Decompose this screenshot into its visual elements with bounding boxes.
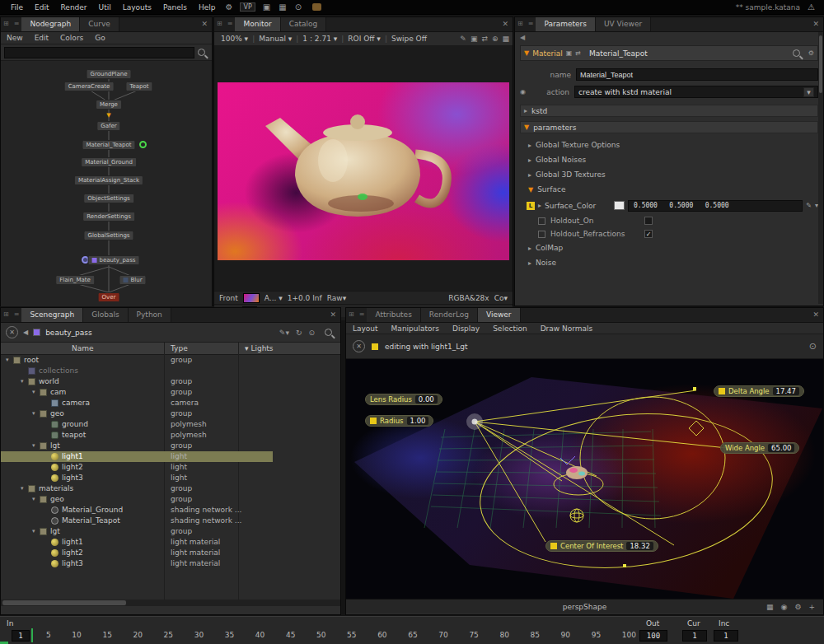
center-of-interest-manipulator[interactable]: Center Of Interest 18.32	[545, 540, 658, 552]
pane-split-icon[interactable]: ≡	[526, 17, 536, 31]
table-row-material-ground[interactable]: Material_Groundshading network ...	[1, 505, 340, 516]
swap-icon[interactable]: ⇄	[575, 49, 581, 57]
close-icon[interactable]: ✕	[808, 17, 823, 31]
node-cameracreate[interactable]: CameraCreate	[64, 82, 115, 91]
refresh-icon[interactable]: ↻	[296, 329, 302, 337]
menu-edit[interactable]: Edit	[29, 3, 54, 12]
node-flain-mate[interactable]: Flain_Mate	[55, 275, 95, 285]
pane-menu-icon[interactable]: ⊞	[515, 17, 526, 31]
tab-curve[interactable]: Curve	[80, 17, 119, 31]
group-kstd[interactable]: ▸ kstd	[520, 105, 818, 117]
power-icon[interactable]: ⊙	[809, 341, 817, 352]
expand-arrow[interactable]: ▸	[524, 107, 527, 114]
column-lights[interactable]: ▾ Lights	[245, 344, 274, 352]
close-icon[interactable]: ✕	[498, 17, 513, 31]
tab-attributes[interactable]: Attributes	[367, 308, 420, 322]
table-row-teapot[interactable]: teapotpolymesh	[1, 430, 340, 441]
group-noise[interactable]: ▸ Noise	[520, 255, 818, 270]
expand-arrow[interactable]: ▸	[528, 156, 531, 164]
table-row-camera[interactable]: cameracamera	[1, 398, 340, 408]
nodegraph-menu-new[interactable]: New	[1, 34, 29, 42]
node-blur[interactable]: Blur	[119, 275, 146, 285]
table-row-collections[interactable]: collections	[1, 366, 340, 376]
node-rendersettings[interactable]: RenderSettings	[82, 212, 135, 222]
material-node-header[interactable]: ▼ Material ▣ ⇄ Material_Teapot ⚙	[520, 45, 818, 61]
clear-context-icon[interactable]: ✕	[6, 326, 18, 338]
expand-arrow[interactable]: ▸	[528, 171, 531, 179]
front-exposure[interactable]: 1+0.0 Inf	[288, 294, 322, 302]
surface-color-values[interactable]: 0.5000 0.5000 0.5000	[628, 200, 803, 212]
copy-icon[interactable]: ▣	[259, 2, 274, 12]
menu-util[interactable]: Util	[93, 3, 117, 12]
table-row-lgt[interactable]: ▾lgtgroup	[1, 441, 340, 451]
expand-arrow[interactable]: ▸	[538, 202, 541, 209]
expand-arrow[interactable]: ▼	[524, 49, 529, 57]
tab-catalog[interactable]: Catalog	[281, 17, 327, 31]
in-frame-field[interactable]	[12, 630, 30, 642]
render-robot-icon[interactable]	[312, 3, 321, 11]
tab-nodegraph[interactable]: Nodegraph	[21, 17, 80, 31]
color-swatch[interactable]	[614, 201, 625, 210]
menu-panels[interactable]: Panels	[157, 3, 193, 12]
back-arrow[interactable]: ◀	[520, 34, 818, 45]
tab-python[interactable]: Python	[129, 308, 171, 322]
pane-split-icon[interactable]: ≡	[357, 308, 368, 322]
group-global-3d-textures[interactable]: ▸ Global 3D Textures	[520, 167, 818, 182]
viewer-menu-layout[interactable]: Layout	[346, 324, 385, 333]
tab-renderlog[interactable]: RenderLog	[421, 308, 478, 322]
front-thumbnail[interactable]	[243, 293, 260, 303]
vp-toggle[interactable]: VP	[240, 2, 255, 12]
chevron-down-icon[interactable]: ▾	[803, 87, 814, 97]
viewer-menu-draw-normals[interactable]: Draw Normals	[534, 324, 600, 333]
expand-arrow[interactable]: ▸	[528, 259, 531, 267]
table-row-cam[interactable]: ▾camgroup	[1, 387, 340, 398]
expand-arrow[interactable]: ▼	[528, 186, 533, 194]
gear-icon[interactable]: ⚙	[794, 603, 801, 611]
viewer-menu-display[interactable]: Display	[446, 324, 486, 333]
pane-menu-icon[interactable]: ⊞	[346, 308, 357, 322]
search-icon[interactable]	[793, 49, 800, 57]
node-over[interactable]: Over	[98, 292, 120, 302]
table-row-materials-geo[interactable]: ▾geogroup	[1, 494, 340, 505]
group-global-texture-options[interactable]: ▸ Global Texture Options	[520, 138, 818, 152]
group-colmap[interactable]: ▸ ColMap	[520, 240, 818, 255]
scrollbar-thumb[interactable]	[819, 35, 822, 93]
tab-scenegraph[interactable]: Scenegraph	[21, 308, 83, 322]
node-objectsettings[interactable]: ObjectSettings	[83, 194, 134, 203]
power-icon[interactable]: ⊙	[291, 2, 306, 12]
node-merge[interactable]: Merge	[96, 100, 122, 110]
render-image[interactable]	[218, 82, 509, 260]
menu-file[interactable]: File	[5, 3, 29, 12]
nodegraph-menu-edit[interactable]: Edit	[29, 34, 54, 42]
pen-icon[interactable]: ✎	[460, 35, 466, 43]
pane-menu-icon[interactable]: ⊞	[1, 17, 12, 31]
node-beauty-pass[interactable]: beauty_pass	[88, 255, 140, 265]
camera-shape-select[interactable]: perspShape	[346, 603, 823, 611]
zoom-select[interactable]: 100% ▾	[218, 35, 251, 43]
timeline[interactable]: In 510 1520 2530 3540 4550 5560 6570 758…	[0, 616, 824, 644]
holdout-on-checkbox[interactable]	[644, 217, 653, 225]
table-row-light1[interactable]: light1light	[1, 451, 340, 462]
grid-icon[interactable]: ▦	[766, 603, 774, 611]
nodegraph-menu-go[interactable]: Go	[89, 34, 110, 42]
back-arrow[interactable]: ◀	[23, 329, 28, 336]
viewport-3d[interactable]: Lens Radius 0.00 Radius 1.00 Delta Angle…	[346, 359, 823, 599]
search-icon[interactable]	[198, 49, 205, 56]
copy-icon[interactable]: ▣	[471, 35, 478, 43]
gear-icon[interactable]: ⚙	[808, 49, 814, 57]
table-row-material-teapot[interactable]: Material_Teapotshading network ...	[1, 516, 340, 526]
pane-split-icon[interactable]: ≡	[12, 308, 22, 322]
viewer-menu-manipulators[interactable]: Manipulators	[385, 324, 446, 333]
group-parameters[interactable]: ▼ parameters	[520, 121, 818, 133]
table-row-materials-lgt[interactable]: ▾lgtgroup	[1, 526, 340, 537]
copy-icon[interactable]: ▣	[566, 49, 573, 57]
menu-help[interactable]: Help	[193, 3, 222, 12]
table-row-light3[interactable]: light3light	[1, 473, 340, 483]
column-type[interactable]: Type	[171, 344, 188, 352]
frame-ruler[interactable]: 510 1520 2530 3540 4550 5560 6570 7580 8…	[46, 631, 636, 639]
table-row-geo[interactable]: ▾geogroup	[1, 408, 340, 419]
scrollbar-thumb[interactable]	[2, 600, 126, 605]
menu-layouts[interactable]: Layouts	[117, 3, 157, 12]
expand-arrow[interactable]: ▸	[528, 142, 531, 149]
pane-menu-icon[interactable]: ⊞	[1, 308, 12, 322]
